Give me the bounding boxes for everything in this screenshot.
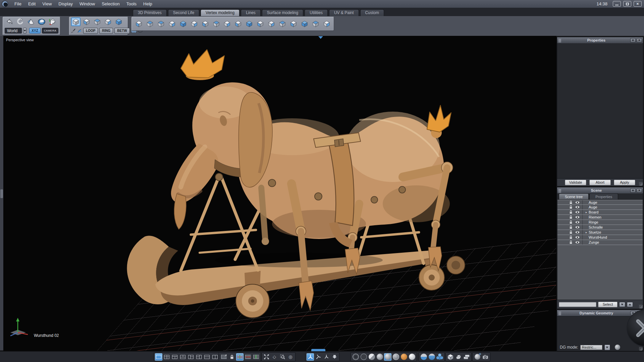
lock-icon[interactable] [568,235,574,240]
lock-icon[interactable] [568,220,574,225]
menu-help[interactable]: Help [140,1,156,6]
dg-mode-dropdown-button[interactable] [604,345,610,350]
layout-left-tall-icon[interactable] [187,353,195,361]
zoom-region-icon[interactable] [279,353,286,361]
tab-3d-primitives[interactable]: 3D Primitives [133,9,167,16]
tool-folded-planes-icon[interactable] [300,18,310,29]
scene-tree-item[interactable]: Schnalle [557,225,643,230]
scene-panel-header[interactable]: Scene ✕ [557,187,643,194]
lock-icon[interactable] [568,230,574,235]
menu-edit[interactable]: Edit [25,1,39,6]
dynamic-geometry-header[interactable]: Dynamic Geometry ✕ [557,310,643,316]
fit-view-icon[interactable] [263,353,270,361]
menu-selection[interactable]: Selection [98,1,123,6]
splitter-handle[interactable] [0,189,3,198]
scene-tree-item[interactable]: ▸ Stuetze [557,230,643,235]
tab-vertex-modeling[interactable]: Vertex modeling [201,9,239,16]
move-up-button[interactable] [627,302,633,307]
tab-scene-tree[interactable]: Scene tree [559,193,589,199]
viewport-3d-canvas[interactable]: Perspective view Wursthund 02 [3,36,556,351]
paint-select-icon[interactable] [71,28,76,34]
minimize-button[interactable] [613,1,621,7]
xyz-mode-button[interactable]: XYZ [29,28,40,34]
abort-button[interactable]: Abort [589,180,611,185]
manipulator-scale-icon[interactable] [323,353,330,361]
tab-lines[interactable]: Lines [241,9,261,16]
tool-plane-curve-icon[interactable] [222,18,232,29]
wireframe-sphere-icon[interactable] [352,353,359,361]
menu-view[interactable]: View [39,1,55,6]
tool-cube-hole-icon[interactable] [266,18,276,29]
camera-mode-button[interactable]: CAMERA [42,28,58,34]
select-button[interactable]: Select [598,302,618,307]
bottom-panel-handle[interactable] [311,349,325,351]
tool-zigzag-fold-icon[interactable] [200,18,210,29]
camera-icon[interactable] [482,353,489,361]
collapse-arrow-icon[interactable] [331,353,338,361]
visibility-eye-icon[interactable] [575,240,580,245]
scene-filter-input[interactable] [559,302,596,307]
tool-cube-blue-top-icon[interactable] [145,18,155,29]
ring-button[interactable]: RING [99,28,113,34]
menu-file[interactable]: File [11,1,25,6]
tool-plane-arrows-icon[interactable] [211,18,221,29]
lock-icon[interactable] [568,225,574,230]
layout-bottom-wide-icon[interactable] [179,353,186,361]
select-point-cube-icon[interactable] [103,17,113,26]
tab-utilities[interactable]: Utilities [305,9,328,16]
cone-icon[interactable] [26,17,36,26]
menu-display[interactable]: Display [55,1,76,6]
lock-icon[interactable] [568,204,574,210]
cube-primitive-icon[interactable] [447,353,454,361]
panel-collapse-button[interactable] [630,188,636,193]
resize-grip[interactable] [639,347,643,351]
layout-quad-icon[interactable] [163,353,170,361]
pan-diamond-icon[interactable]: ◇ [271,353,278,361]
tool-slab-points-icon[interactable] [233,18,243,29]
properties-panel-header[interactable]: Properties ✕ [557,37,643,44]
maximize-button[interactable] [623,1,631,7]
resize-grip[interactable] [639,182,643,186]
grid-red-axis-icon[interactable] [244,353,252,361]
panel-close-button[interactable]: ✕ [637,38,642,43]
loop-button[interactable]: LOOP [83,28,98,34]
glossy-sphere-icon[interactable] [408,353,416,361]
viewport-top-handle-icon[interactable] [318,36,323,39]
lock-icon[interactable] [568,215,574,220]
bowl-half-icon[interactable] [420,353,427,361]
tool-cross-plane-icon[interactable] [189,18,199,29]
visibility-eye-icon[interactable] [575,215,580,220]
grid-lock-icon[interactable] [228,353,235,361]
grid-edit-icon[interactable] [220,353,227,361]
visibility-eye-icon[interactable] [575,204,580,210]
undo-arrow-icon[interactable] [5,17,14,26]
visibility-eye-icon[interactable] [575,235,580,240]
visibility-eye-icon[interactable] [575,220,580,225]
drag-handle-icon[interactable] [558,38,561,42]
chamfer-block-icon[interactable] [455,353,462,361]
hidden-line-sphere-icon[interactable] [360,353,367,361]
lock-icon[interactable] [568,209,574,215]
manipulator-rotate-icon[interactable] [315,353,322,361]
tab-custom[interactable]: Custom [360,9,384,16]
tab-scene-properties[interactable]: Properties [589,193,618,199]
tool-cube-diamond-top-icon[interactable] [156,18,166,29]
select-edge-cube-icon[interactable] [93,17,102,26]
tool-cube-blue-edges-icon[interactable] [178,18,188,29]
select-face-cube-icon[interactable] [82,17,91,26]
textured-sphere-icon[interactable] [400,353,408,361]
grid-axes-icon[interactable] [236,353,244,361]
ghost-clone-icon[interactable] [48,17,57,26]
tool-bevel-slab-icon[interactable] [134,18,144,29]
layout-right-tall-icon[interactable] [195,353,203,361]
scene-tree-item[interactable]: Zunge [557,240,643,245]
tool-cylinder-slab-icon[interactable] [255,18,265,29]
visibility-eye-icon[interactable] [575,209,580,215]
visibility-eye-icon[interactable] [575,230,580,235]
menu-tools[interactable]: Tools [123,1,140,6]
shaded-wire-sphere-icon[interactable] [376,353,383,361]
scene-tree-item[interactable]: Auge [557,205,643,210]
rotate-arrow-icon[interactable] [15,17,25,26]
lock-icon[interactable] [568,240,574,245]
resize-grip[interactable] [639,305,643,308]
